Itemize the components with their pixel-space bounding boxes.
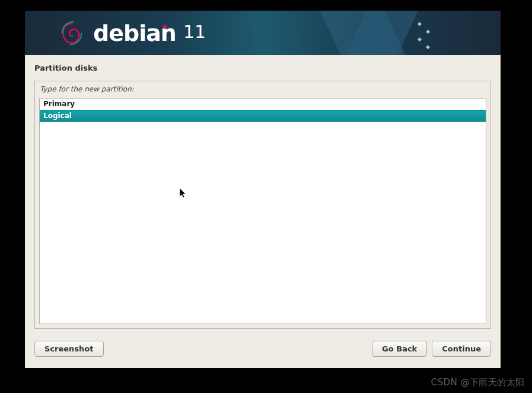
watermark: CSDN @下雨天的太阳 bbox=[431, 377, 525, 388]
partition-type-list[interactable]: Primary Logical bbox=[39, 98, 486, 324]
button-bar-right: Go Back Continue bbox=[372, 341, 491, 357]
content-area: Partition disks Type for the new partiti… bbox=[25, 55, 501, 368]
button-bar: Screenshot Go Back Continue bbox=[34, 341, 491, 360]
brand-version: 11 bbox=[183, 21, 206, 45]
option-panel: Type for the new partition: Primary Logi… bbox=[34, 81, 491, 329]
brand-name: debian bbox=[93, 20, 176, 46]
debian-swirl-icon bbox=[58, 19, 86, 47]
continue-button[interactable]: Continue bbox=[432, 341, 491, 357]
installer-window: debian 11 Partition disks Type for the n… bbox=[25, 11, 501, 368]
page-title: Partition disks bbox=[34, 64, 491, 72]
panel-prompt: Type for the new partition: bbox=[35, 81, 490, 97]
go-back-button[interactable]: Go Back bbox=[372, 341, 427, 357]
decorative-dots-icon bbox=[418, 23, 429, 49]
header-banner: debian 11 bbox=[25, 11, 501, 55]
option-primary[interactable]: Primary bbox=[40, 99, 486, 110]
option-logical[interactable]: Logical bbox=[40, 110, 486, 122]
screenshot-button[interactable]: Screenshot bbox=[34, 341, 104, 357]
